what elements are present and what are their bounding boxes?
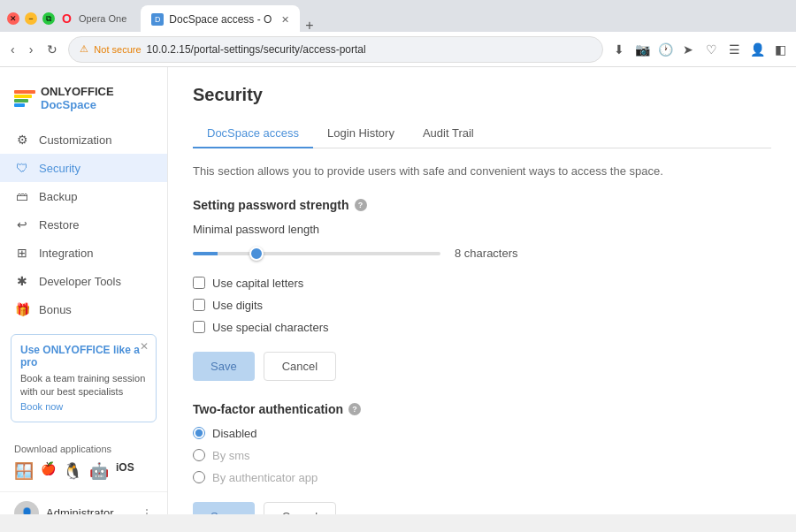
tab-close-button[interactable]: ✕ bbox=[281, 14, 289, 26]
radio-disabled[interactable] bbox=[193, 427, 205, 439]
clock-icon[interactable]: 🕐 bbox=[656, 41, 674, 58]
password-btn-row: Save Cancel bbox=[193, 352, 771, 381]
sidebar: ONLYOFFICE DocSpace ⚙ Customization 🛡 Se… bbox=[0, 67, 168, 514]
back-button[interactable]: ‹ bbox=[7, 39, 19, 60]
linux-download-icon[interactable]: 🐧 bbox=[63, 461, 82, 481]
promo-link[interactable]: Book now bbox=[20, 401, 63, 412]
account-icon[interactable]: 👤 bbox=[748, 41, 766, 58]
new-tab-button[interactable]: + bbox=[302, 18, 317, 34]
radio-disabled-row[interactable]: Disabled bbox=[193, 427, 771, 440]
close-window-button[interactable]: ✕ bbox=[7, 12, 19, 25]
security-warning: ⚠ bbox=[80, 43, 88, 55]
user-menu-button[interactable]: ⋮ bbox=[141, 506, 153, 514]
sidebar-label-restore: Restore bbox=[39, 218, 80, 232]
restore-icon: ↩ bbox=[14, 217, 30, 232]
sidebar-item-restore[interactable]: ↩ Restore bbox=[0, 210, 167, 239]
ios-download-icon[interactable]: iOS bbox=[116, 461, 134, 481]
tab-navigation: DocSpace access Login History Audit Trai… bbox=[193, 119, 771, 148]
radio-sms[interactable] bbox=[193, 449, 205, 461]
sidebar-label-customization: Customization bbox=[39, 133, 111, 147]
promo-body: Book a team training session with our be… bbox=[20, 372, 147, 399]
backup-icon: 🗃 bbox=[14, 189, 30, 203]
logo-area: ONLYOFFICE DocSpace bbox=[0, 78, 167, 125]
windows-download-icon[interactable]: 🪟 bbox=[14, 461, 34, 481]
section-description: This section allows you to provide users… bbox=[193, 163, 771, 180]
two-factor-cancel-button[interactable]: Cancel bbox=[264, 502, 336, 515]
active-tab[interactable]: D DocSpace access - O ✕ bbox=[141, 5, 300, 34]
tab-docspace-access[interactable]: DocSpace access bbox=[193, 119, 313, 148]
sidebar-label-backup: Backup bbox=[39, 190, 77, 203]
slider-row: 8 characters bbox=[193, 245, 771, 262]
use-capitals-checkbox-row[interactable]: Use capital letters bbox=[193, 277, 771, 290]
heart-icon[interactable]: ♡ bbox=[702, 41, 720, 58]
password-length-slider[interactable] bbox=[193, 252, 440, 255]
use-capitals-checkbox[interactable] bbox=[193, 277, 205, 289]
user-bar[interactable]: 👤 Administrator ⋮ bbox=[0, 491, 167, 514]
two-factor-btn-row: Save Cancel bbox=[193, 502, 771, 515]
security-icon: 🛡 bbox=[14, 161, 30, 175]
nav-bar: ‹ › ↻ ⚠ Not secure 10.0.2.15/portal-sett… bbox=[0, 32, 796, 67]
promo-title: Use ONLYOFFICE like a pro bbox=[20, 344, 147, 369]
use-digits-label: Use digits bbox=[212, 299, 263, 312]
title-bar: ✕ − ⧉ O Opera One D DocSpace access - O … bbox=[0, 0, 796, 32]
forward-button[interactable]: › bbox=[26, 39, 37, 60]
sidebar-label-integration: Integration bbox=[39, 247, 93, 260]
android-download-icon[interactable]: 🤖 bbox=[89, 461, 109, 481]
sidebar-label-developer-tools: Developer Tools bbox=[39, 275, 121, 288]
use-digits-checkbox[interactable] bbox=[193, 299, 205, 311]
use-special-chars-label: Use special characters bbox=[212, 321, 329, 334]
download-section: Download applications 🪟 🍎 🐧 🤖 iOS bbox=[0, 433, 167, 491]
min-length-label: Minimal password length bbox=[193, 223, 771, 236]
macos-download-icon[interactable]: 🍎 bbox=[41, 461, 56, 481]
tab-favicon: D bbox=[151, 13, 164, 26]
two-factor-info-icon[interactable]: ? bbox=[348, 403, 361, 415]
radio-auth-app-label: By authenticator app bbox=[212, 471, 318, 484]
two-factor-heading: Two-factor authentication ? bbox=[193, 402, 771, 416]
two-factor-radios: Disabled By sms By authenticator app bbox=[193, 427, 771, 484]
screenshot-icon[interactable]: 📷 bbox=[633, 41, 651, 58]
logo-icon bbox=[14, 90, 35, 107]
menu-icon[interactable]: ☰ bbox=[725, 41, 743, 58]
minimize-window-button[interactable]: − bbox=[25, 12, 37, 25]
use-special-chars-checkbox[interactable] bbox=[193, 321, 205, 333]
promo-close-button[interactable]: ✕ bbox=[140, 340, 149, 353]
radio-auth-app-row[interactable]: By authenticator app bbox=[193, 471, 771, 484]
radio-disabled-label: Disabled bbox=[212, 427, 257, 440]
sidebar-label-bonus: Bonus bbox=[39, 303, 72, 316]
use-digits-checkbox-row[interactable]: Use digits bbox=[193, 299, 771, 312]
sidebar-item-bonus[interactable]: 🎁 Bonus bbox=[0, 295, 167, 323]
reload-button[interactable]: ↻ bbox=[43, 39, 61, 60]
sidebar-item-customization[interactable]: ⚙ Customization bbox=[0, 125, 167, 154]
sidebar-label-security: Security bbox=[39, 162, 80, 175]
use-special-chars-checkbox-row[interactable]: Use special characters bbox=[193, 321, 771, 334]
radio-sms-row[interactable]: By sms bbox=[193, 449, 771, 462]
browser-title: Opera One bbox=[79, 13, 126, 24]
tab-bar: D DocSpace access - O ✕ + bbox=[134, 5, 789, 34]
tab-login-history[interactable]: Login History bbox=[313, 119, 409, 148]
slider-container bbox=[193, 245, 440, 262]
sidebar-item-integration[interactable]: ⊞ Integration bbox=[0, 239, 167, 267]
developer-tools-icon: ✱ bbox=[14, 274, 30, 288]
send-icon[interactable]: ➤ bbox=[679, 41, 697, 58]
download-icon[interactable]: ⬇ bbox=[610, 41, 628, 58]
nav-icons: ⬇ 📷 🕐 ➤ ♡ ☰ 👤 ◧ bbox=[610, 41, 789, 58]
two-factor-save-button[interactable]: Save bbox=[193, 502, 255, 515]
tab-audit-trail[interactable]: Audit Trail bbox=[409, 119, 488, 148]
sidebar-toggle-icon[interactable]: ◧ bbox=[771, 41, 789, 58]
password-save-button[interactable]: Save bbox=[193, 352, 255, 381]
tab-label: DocSpace access - O bbox=[169, 13, 272, 26]
sidebar-item-developer-tools[interactable]: ✱ Developer Tools bbox=[0, 267, 167, 295]
radio-auth-app[interactable] bbox=[193, 471, 205, 483]
user-name: Administrator bbox=[46, 506, 134, 514]
maximize-window-button[interactable]: ⧉ bbox=[42, 12, 55, 25]
bonus-icon: 🎁 bbox=[14, 302, 30, 316]
opera-logo: O bbox=[62, 11, 72, 26]
sidebar-item-security[interactable]: 🛡 Security bbox=[0, 154, 167, 182]
promo-box: ✕ Use ONLYOFFICE like a pro Book a team … bbox=[11, 334, 157, 422]
password-section-heading: Setting password strength ? bbox=[193, 198, 771, 212]
password-info-icon[interactable]: ? bbox=[355, 199, 367, 211]
password-cancel-button[interactable]: Cancel bbox=[264, 352, 336, 381]
use-capitals-label: Use capital letters bbox=[212, 277, 303, 290]
sidebar-item-backup[interactable]: 🗃 Backup bbox=[0, 182, 167, 210]
address-bar[interactable]: ⚠ Not secure 10.0.2.15/portal-settings/s… bbox=[68, 36, 603, 63]
